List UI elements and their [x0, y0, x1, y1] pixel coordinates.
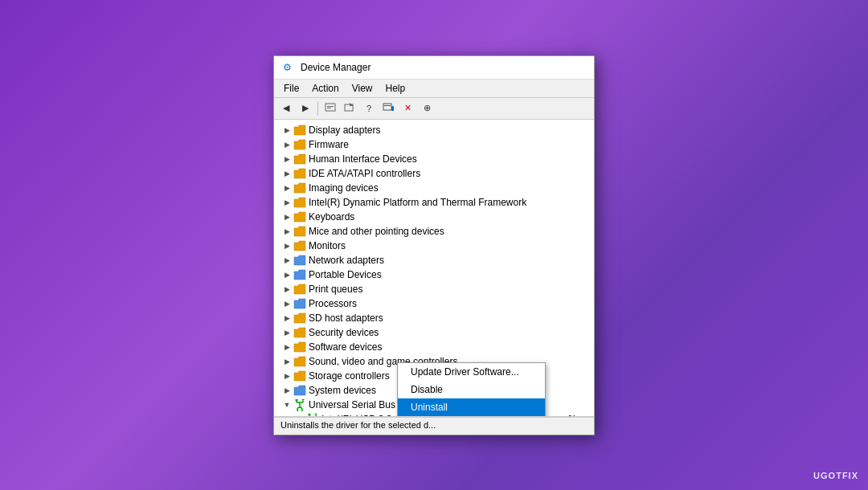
title-bar: ⚙ Device Manager — [274, 56, 594, 80]
folder-icon — [293, 153, 306, 165]
device-manager-window: ⚙ Device Manager File Action View Help ◀… — [273, 55, 595, 435]
svg-rect-7 — [391, 106, 394, 111]
tree-keyboards[interactable]: ▶ Keyboards — [274, 210, 594, 224]
ctx-disable[interactable]: Disable — [398, 381, 545, 398]
svg-rect-6 — [384, 105, 391, 106]
update-button[interactable] — [341, 100, 358, 116]
ctx-update-driver[interactable]: Update Driver Software... — [398, 363, 545, 381]
tree-processors[interactable]: ▶ Processors — [274, 296, 594, 311]
expand-icon: ▶ — [280, 210, 293, 223]
tree-label: Portable Devices — [309, 269, 382, 280]
folder-icon — [293, 138, 306, 151]
usb-icon — [293, 398, 306, 411]
uninstall-button[interactable]: ✕ — [399, 100, 416, 116]
folder-icon — [293, 254, 306, 267]
folder-icon — [293, 283, 306, 296]
expand-spacer — [293, 413, 306, 417]
tree-label: Mice and other pointing devices — [309, 226, 444, 237]
scan-button[interactable] — [379, 100, 397, 116]
window-title: Device Manager — [301, 62, 371, 73]
expand-icon: ▶ — [280, 239, 293, 252]
tree-sd-host[interactable]: ▶ SD host adapters — [274, 311, 594, 325]
tree-mice[interactable]: ▶ Mice and other pointing devices — [274, 224, 594, 239]
tree-label: Monitors — [309, 240, 346, 251]
svg-rect-13 — [296, 399, 298, 401]
folder-icon — [293, 196, 306, 209]
tree-monitors[interactable]: ▶ Monitors — [274, 239, 594, 253]
help-button[interactable]: ? — [360, 100, 378, 116]
tree-software[interactable]: ▶ Software devices — [274, 340, 594, 354]
menu-view[interactable]: View — [346, 81, 379, 96]
folder-icon — [293, 370, 306, 382]
tree-label: Network adapters — [309, 255, 384, 266]
menu-action[interactable]: Action — [305, 81, 345, 96]
expand-icon: ▶ — [280, 283, 293, 296]
expand-icon: ▶ — [280, 254, 293, 267]
svg-marker-14 — [301, 399, 305, 401]
expand-icon: ▶ — [280, 312, 293, 325]
tree-imaging[interactable]: ▶ Imaging devices — [274, 181, 594, 195]
back-button[interactable]: ◀ — [277, 100, 295, 116]
ctx-uninstall[interactable]: Uninstall — [398, 398, 545, 416]
expand-icon: ▶ — [280, 268, 293, 281]
expand-icon: ▶ — [280, 153, 293, 165]
tree-security[interactable]: ▶ Security devices — [274, 325, 594, 340]
folder-icon — [293, 239, 306, 252]
tree-hid[interactable]: ▶ Human Interface Devices — [274, 152, 594, 166]
folder-icon — [293, 182, 306, 194]
window-icon: ⚙ — [280, 61, 293, 74]
toolbar-separator-1 — [317, 101, 318, 116]
expand-icon: ▶ — [280, 355, 293, 368]
tree-portable[interactable]: ▶ Portable Devices — [274, 267, 594, 282]
tree-intel-thermal[interactable]: ▶ Intel(R) Dynamic Platform and Thermal … — [274, 195, 594, 210]
expand-icon: ▶ — [280, 297, 293, 310]
tree-label: Human Interface Devices — [309, 153, 417, 165]
device-tree: ▶ Display adapters ▶ Firmware ▶ Human In… — [274, 120, 594, 417]
expand-icon: ▶ — [280, 182, 293, 194]
svg-rect-1 — [327, 106, 334, 107]
scan-hardware-button[interactable]: ⊕ — [418, 100, 436, 116]
tree-label: Processors — [309, 298, 357, 309]
forward-button[interactable]: ▶ — [297, 100, 314, 116]
tree-display-adapters[interactable]: ▶ Display adapters — [274, 123, 594, 137]
folder-icon — [293, 312, 306, 325]
tree-label: System devices — [309, 385, 376, 396]
tree-label: Keyboards — [309, 211, 354, 223]
context-menu: Update Driver Software... Disable Uninst… — [397, 362, 546, 417]
tree-label: SD host adapters — [309, 312, 383, 324]
tree-label: Firmware — [309, 139, 349, 150]
tree-print[interactable]: ▶ Print queues — [274, 282, 594, 296]
svg-rect-5 — [383, 104, 391, 110]
expand-icon: ▼ — [280, 398, 293, 411]
menu-help[interactable]: Help — [379, 81, 412, 96]
expand-icon: ▶ — [280, 341, 293, 353]
expand-icon: ▶ — [280, 326, 293, 339]
tree-label: Software devices — [309, 341, 382, 353]
tree-label: Print queues — [309, 284, 362, 295]
tree-firmware[interactable]: ▶ Firmware — [274, 137, 594, 152]
expand-icon: ▶ — [280, 138, 293, 151]
folder-icon — [293, 297, 306, 310]
menu-bar: File Action View Help — [274, 80, 594, 98]
tree-ide[interactable]: ▶ IDE ATA/ATAPI controllers — [274, 166, 594, 181]
expand-icon: ▶ — [280, 225, 293, 238]
folder-icon — [293, 268, 306, 281]
tree-label: Intel(R) Dynamic Platform and Thermal Fr… — [309, 197, 526, 208]
svg-rect-0 — [326, 104, 335, 111]
folder-icon — [293, 210, 306, 223]
expand-icon: ▶ — [280, 196, 293, 209]
toolbar: ◀ ▶ ? ✕ ⊕ — [274, 98, 594, 120]
folder-icon — [293, 326, 306, 339]
folder-icon — [293, 124, 306, 137]
svg-marker-21 — [314, 414, 317, 415]
properties-button[interactable] — [321, 100, 339, 116]
status-bar: Uninstalls the driver for the selected d… — [274, 417, 594, 435]
tree-label: IDE ATA/ATAPI controllers — [309, 168, 420, 179]
svg-point-8 — [297, 407, 302, 411]
folder-icon — [293, 355, 306, 368]
tree-network[interactable]: ▶ Network adapters — [274, 253, 594, 267]
menu-file[interactable]: File — [277, 81, 305, 96]
expand-icon: ▶ — [280, 384, 293, 397]
expand-icon: ▶ — [280, 167, 293, 180]
folder-icon — [293, 167, 306, 180]
